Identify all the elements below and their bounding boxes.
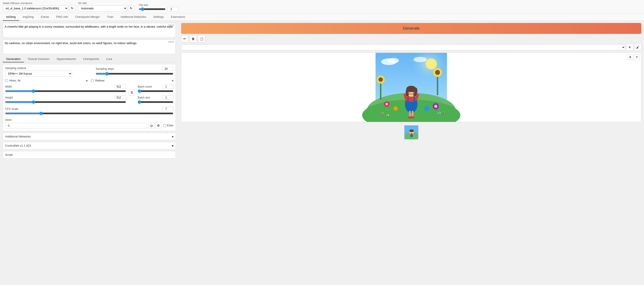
sub-tab-hypernetworks[interactable]: Hypernetworks [53,56,80,62]
script-accordion[interactable]: Script [3,151,176,158]
controlnet-accordion[interactable]: ControlNet v1.1.423 ◀ [3,142,176,149]
refiner-label: Refiner [95,79,104,82]
clip-skip-slider[interactable] [139,7,166,11]
svg-point-15 [386,103,388,105]
tab-additional-networks[interactable]: Additional Networks [117,13,150,21]
width-label: Width [5,85,12,88]
refresh-icon: ↻ [71,6,74,10]
width-input[interactable] [115,84,126,89]
vae-refresh-btn[interactable]: ↻ [128,5,134,11]
refiner-checkbox[interactable] [91,79,94,82]
style-select[interactable] [181,44,625,50]
download-btn[interactable]: ⬇ [627,54,633,60]
svg-point-30 [408,92,410,94]
brush-icon: 🖌 [636,45,639,49]
svg-point-19 [424,106,430,111]
clip-skip-input[interactable] [167,7,178,11]
cfg-scale-slider[interactable] [5,112,173,115]
checkpoint-field-group: Stable Diffusion checkpoint sd_xl_base_1… [3,2,76,11]
vae-select[interactable]: Automatic [78,5,127,11]
tab-settings[interactable]: Settings [150,13,167,21]
style-apply-btn[interactable]: 🖌 [634,44,641,51]
height-input[interactable] [115,95,126,100]
top-section: Stable Diffusion checkpoint sd_xl_base_1… [3,2,641,11]
generate-button[interactable]: Generate [181,23,641,34]
batch-count-slider[interactable] [138,89,173,93]
close-icon: ✕ [628,45,631,49]
hires-fix-checkbox[interactable] [5,79,8,82]
copy-btn[interactable]: 📋 [198,35,205,42]
image-output: ⬇ ✕ [181,53,641,122]
tab-extras[interactable]: Extras [37,13,53,21]
batch-size-input[interactable] [162,95,173,100]
hires-col: Hires. fix ◀ [5,79,88,82]
cfg-scale-input[interactable] [162,107,173,111]
svg-rect-49 [411,133,412,135]
refresh-icon-2: ↻ [130,6,132,10]
tab-png-info[interactable]: PNG Info [53,13,72,21]
edit-prompt-btn[interactable]: ✏ [181,35,188,42]
positive-prompt-input[interactable]: A cheerful little girl playing in a sunn… [3,23,176,37]
svg-point-13 [435,70,440,75]
tab-txt2img[interactable]: txt2img [3,13,19,21]
sampling-steps-input[interactable] [162,67,173,71]
seed-section: Seed 🎲 ♻ Extra [5,118,173,129]
svg-rect-42 [439,111,440,115]
svg-point-10 [378,77,383,82]
sampling-steps-slider[interactable] [96,72,173,75]
height-label: Height [5,96,13,99]
hires-fix-collapse-btn[interactable]: ◀ [86,79,88,82]
tab-extensions[interactable]: Extensions [167,13,189,21]
svg-point-6 [388,58,399,63]
width-slider[interactable] [5,89,126,93]
checkpoint-refresh-btn[interactable]: ↻ [69,5,76,11]
sub-tab-lora[interactable]: Lora [102,56,116,62]
hires-fix-label: Hires. fix [9,79,21,82]
svg-rect-8 [380,82,382,100]
refiner-collapse-btn[interactable]: ◀ [172,79,173,82]
seed-icons: 🎲 ♻ [148,122,162,129]
sampling-steps-label: Sampling steps [96,67,114,70]
svg-rect-11 [437,75,438,95]
negative-token-count: 23/75 [168,40,174,43]
trash-icon: 🗑 [192,37,195,40]
checkpoint-label: Stable Diffusion checkpoint [3,2,76,4]
generated-image [181,53,641,122]
additional-networks-accordion[interactable]: Additional Networks ◀ [3,133,176,140]
seed-recycle-btn[interactable]: ♻ [155,122,162,129]
additional-networks-label: Additional Networks [5,135,31,138]
thumbnail-1[interactable] [404,125,418,139]
hires-refiner-row: Hires. fix ◀ Refiner ◀ [5,79,173,82]
close-output-btn[interactable]: ✕ [634,54,640,60]
clip-skip-label: Clip skip [139,3,178,6]
thumbnail-strip [181,124,641,141]
negative-prompt-input[interactable]: No sadness, no urban environment, no nig… [3,40,176,53]
seed-input[interactable] [5,123,146,128]
vae-field-group: SD VAE Automatic ↻ [78,2,134,11]
batch-count-input[interactable] [162,84,173,89]
vae-label: SD VAE [78,2,134,4]
batch-size-slider[interactable] [138,100,173,104]
sampling-method-label: Sampling method [5,67,92,70]
checkpoint-select[interactable]: sd_xl_base_1.0.safetensors [31e35c80fc] [3,5,68,11]
tab-checkpoint-merger[interactable]: Checkpoint Merger [72,13,103,21]
svg-rect-43 [443,111,444,114]
sampling-method-select[interactable]: DPM++ 2M Karras [5,71,72,77]
style-close-btn[interactable]: ✕ [626,44,633,51]
swap-dimensions-btn[interactable]: ⇅ [129,89,135,96]
cfg-scale-row: CFG Scale [5,107,173,116]
tab-img2img[interactable]: img2img [19,13,37,21]
batch-count-label: Batch count [138,85,152,88]
height-slider[interactable] [5,100,126,104]
svg-rect-41 [388,114,388,117]
left-panel: A cheerful little girl playing in a sunn… [0,21,178,161]
output-controls: ⬇ ✕ [627,54,640,60]
sub-tab-generation[interactable]: Generation [3,56,24,62]
seed-dice-btn[interactable]: 🎲 [148,122,154,129]
delete-btn[interactable]: 🗑 [190,35,197,42]
script-label: Script [5,153,12,156]
extra-checkbox[interactable] [163,124,166,127]
tab-train[interactable]: Train [103,13,117,21]
sub-tab-checkpoints[interactable]: Checkpoints [80,56,103,62]
sub-tab-textual-inversion[interactable]: Textual Inversion [24,56,53,62]
